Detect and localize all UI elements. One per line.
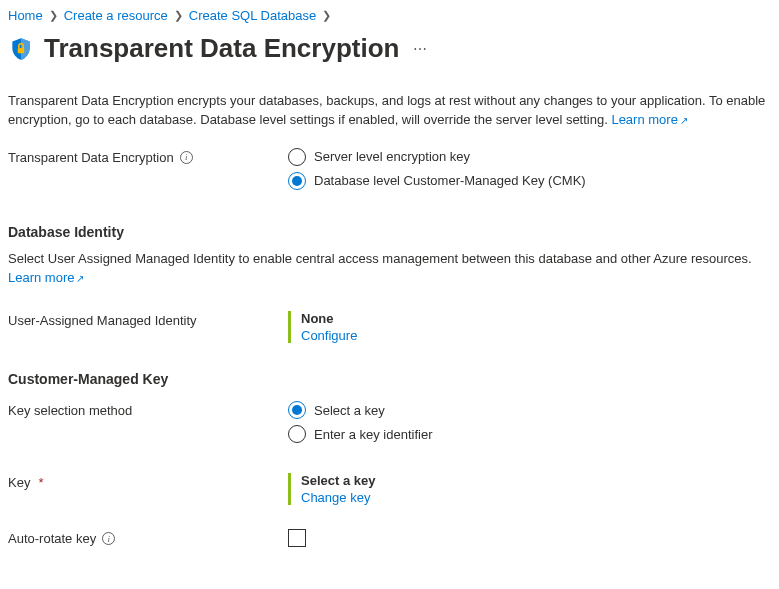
- radio-icon: [288, 148, 306, 166]
- uami-field: User-Assigned Managed Identity None Conf…: [8, 311, 771, 343]
- key-selection-method-field: Key selection method Select a key Enter …: [8, 401, 771, 449]
- database-identity-description: Select User Assigned Managed Identity to…: [8, 250, 771, 288]
- learn-more-link[interactable]: Learn more↗: [611, 112, 687, 127]
- chevron-right-icon: ❯: [174, 9, 183, 22]
- key-label: Key*: [8, 473, 288, 490]
- radio-database-level[interactable]: Database level Customer-Managed Key (CMK…: [288, 172, 771, 190]
- chevron-right-icon: ❯: [322, 9, 331, 22]
- breadcrumb-create-resource[interactable]: Create a resource: [64, 8, 168, 23]
- breadcrumb: Home ❯ Create a resource ❯ Create SQL Da…: [8, 8, 771, 23]
- page-description: Transparent Data Encryption encrypts you…: [8, 92, 771, 130]
- key-field: Key* Select a key Change key: [8, 473, 771, 505]
- page-header: Transparent Data Encryption ⋯: [8, 33, 771, 64]
- key-selection-method-label: Key selection method: [8, 401, 288, 418]
- change-key-link[interactable]: Change key: [301, 490, 771, 505]
- database-identity-heading: Database Identity: [8, 224, 771, 240]
- radio-server-level[interactable]: Server level encryption key: [288, 148, 771, 166]
- radio-icon: [288, 425, 306, 443]
- autorotate-label: Auto-rotate key i: [8, 529, 288, 546]
- page-title: Transparent Data Encryption: [44, 33, 399, 64]
- svg-rect-0: [18, 47, 25, 52]
- key-value-block: Select a key Change key: [288, 473, 771, 505]
- more-actions-button[interactable]: ⋯: [409, 37, 431, 61]
- cmk-heading: Customer-Managed Key: [8, 371, 771, 387]
- info-icon[interactable]: i: [102, 532, 115, 545]
- tde-field: Transparent Data Encryption i Server lev…: [8, 148, 771, 196]
- radio-select-key[interactable]: Select a key: [288, 401, 771, 419]
- uami-label: User-Assigned Managed Identity: [8, 311, 288, 328]
- uami-value: None: [301, 311, 771, 326]
- autorotate-field: Auto-rotate key i: [8, 529, 771, 547]
- radio-icon: [288, 401, 306, 419]
- breadcrumb-create-sql[interactable]: Create SQL Database: [189, 8, 316, 23]
- uami-value-block: None Configure: [288, 311, 771, 343]
- breadcrumb-home[interactable]: Home: [8, 8, 43, 23]
- autorotate-checkbox[interactable]: [288, 529, 306, 547]
- learn-more-link[interactable]: Learn more↗: [8, 270, 84, 285]
- external-link-icon: ↗: [76, 273, 84, 284]
- tde-label: Transparent Data Encryption i: [8, 148, 288, 165]
- configure-link[interactable]: Configure: [301, 328, 771, 343]
- external-link-icon: ↗: [680, 115, 688, 126]
- shield-icon: [8, 36, 34, 62]
- chevron-right-icon: ❯: [49, 9, 58, 22]
- required-indicator: *: [38, 475, 43, 490]
- radio-enter-identifier[interactable]: Enter a key identifier: [288, 425, 771, 443]
- radio-icon: [288, 172, 306, 190]
- key-value: Select a key: [301, 473, 771, 488]
- info-icon[interactable]: i: [180, 151, 193, 164]
